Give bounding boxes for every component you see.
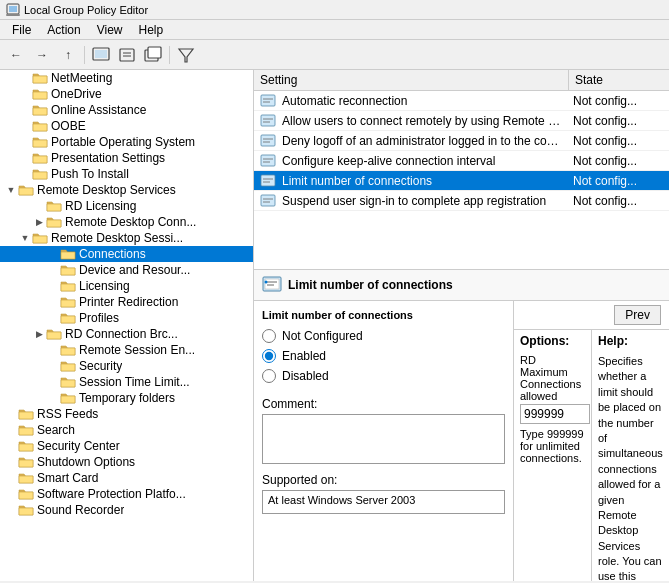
- svg-rect-5: [120, 49, 134, 61]
- settings-row-row5[interactable]: Limit number of connectionsNot config...: [254, 171, 669, 191]
- toolbar: ← → ↑: [0, 40, 669, 70]
- filter-button[interactable]: [174, 43, 198, 67]
- tree-item-netmeeting[interactable]: NetMeeting: [0, 70, 253, 86]
- tree-label-presentationsettings: Presentation Settings: [51, 151, 165, 165]
- col-setting[interactable]: Setting: [254, 70, 569, 90]
- tree-label-search: Search: [37, 423, 75, 437]
- forward-button[interactable]: →: [30, 43, 54, 67]
- detail-panel: Limit number of connections Limit number…: [254, 270, 669, 581]
- tree-item-security[interactable]: Security: [0, 358, 253, 374]
- tree-item-rdconnectionbrc[interactable]: ▶RD Connection Brc...: [0, 326, 253, 342]
- options-text-input[interactable]: [520, 404, 590, 424]
- settings-row-row3[interactable]: Deny logoff of an administrator logged i…: [254, 131, 669, 151]
- settings-row-row1[interactable]: Automatic reconnectionNot config...: [254, 91, 669, 111]
- tree-arrow-remotedesktopconn: ▶: [32, 217, 46, 227]
- tree-item-remotedesktopservices[interactable]: ▼Remote Desktop Services: [0, 182, 253, 198]
- options-help-area: Options: RD Maximum Connections allowed …: [514, 330, 669, 581]
- tree-item-sessiontimelimit[interactable]: Session Time Limit...: [0, 374, 253, 390]
- tree-item-remotesessionen[interactable]: Remote Session En...: [0, 342, 253, 358]
- settings-row-row2[interactable]: Allow users to connect remotely by using…: [254, 111, 669, 131]
- detail-title-bar: Limit number of connections: [254, 270, 669, 301]
- settings-row-icon-row1: [258, 94, 278, 108]
- supported-value: At least Windows Server 2003: [262, 490, 505, 514]
- tree-arrow-remotedesktopservices: ▼: [4, 185, 18, 195]
- svg-rect-17: [261, 135, 275, 146]
- help-section: Help: Specifies whether a limit should b…: [592, 330, 669, 581]
- tree-item-connections[interactable]: Connections: [0, 246, 253, 262]
- tree-item-remotedesktopsess[interactable]: ▼Remote Desktop Sessi...: [0, 230, 253, 246]
- tree-label-licensing: Licensing: [79, 279, 130, 293]
- folder-icon-printerredirection: [60, 295, 76, 309]
- tree-label-deviceandresources: Device and Resour...: [79, 263, 190, 277]
- radio-not-configured[interactable]: Not Configured: [262, 329, 505, 343]
- tree-item-shutdownoptions[interactable]: Shutdown Options: [0, 454, 253, 470]
- folder-icon-remotedesktopconn: [46, 215, 62, 229]
- tree-item-softwareprotection[interactable]: Software Protection Platfo...: [0, 486, 253, 502]
- folder-icon-onedrive: [32, 87, 48, 101]
- svg-rect-4: [95, 50, 107, 58]
- tree-item-securitycenter[interactable]: Security Center: [0, 438, 253, 454]
- radio-disabled[interactable]: Disabled: [262, 369, 505, 383]
- tree-item-deviceandresources[interactable]: Device and Resour...: [0, 262, 253, 278]
- tree-item-printerredirection[interactable]: Printer Redirection: [0, 294, 253, 310]
- menu-file[interactable]: File: [4, 21, 39, 39]
- options-field-label: RD Maximum Connections allowed: [520, 354, 585, 402]
- detail-right-top: Prev: [514, 301, 669, 330]
- settings-row-icon-row2: [258, 114, 278, 128]
- tree-item-onedrive[interactable]: OneDrive: [0, 86, 253, 102]
- folder-icon-deviceandresources: [60, 263, 76, 277]
- tree-label-profiles: Profiles: [79, 311, 119, 325]
- new-window-button[interactable]: [141, 43, 165, 67]
- tree-panel[interactable]: NetMeetingOneDriveOnline AssistanceOOBEP…: [0, 70, 254, 581]
- tree-label-softwareprotection: Software Protection Platfo...: [37, 487, 186, 501]
- tree-label-remotedesktopsess: Remote Desktop Sessi...: [51, 231, 183, 245]
- properties-button[interactable]: [115, 43, 139, 67]
- toolbar-sep-2: [169, 46, 170, 64]
- prev-button[interactable]: Prev: [614, 305, 661, 325]
- tree-arrow-remotedesktopsess: ▼: [18, 233, 32, 243]
- folder-icon-shutdownoptions: [18, 455, 34, 469]
- tree-item-smartcard[interactable]: Smart Card: [0, 470, 253, 486]
- folder-icon-rdlicensing: [46, 199, 62, 213]
- tree-item-onlineassistance[interactable]: Online Assistance: [0, 102, 253, 118]
- show-standard-button[interactable]: [89, 43, 113, 67]
- menu-action[interactable]: Action: [39, 21, 88, 39]
- svg-rect-2: [6, 14, 20, 16]
- comment-section: Comment:: [262, 397, 505, 467]
- tree-item-temporaryfolders[interactable]: Temporary folders: [0, 390, 253, 406]
- radio-not-configured-label: Not Configured: [282, 329, 363, 343]
- options-title: Options:: [520, 334, 585, 348]
- tree-item-remotedesktopconn[interactable]: ▶Remote Desktop Conn...: [0, 214, 253, 230]
- tree-item-rdlicensing[interactable]: RD Licensing: [0, 198, 253, 214]
- tree-item-pushtoinstall[interactable]: Push To Install: [0, 166, 253, 182]
- svg-rect-11: [261, 95, 275, 106]
- detail-policy-icon: [262, 276, 282, 294]
- folder-icon-connections: [60, 247, 76, 261]
- folder-icon-remotedesktopservices: [18, 183, 34, 197]
- settings-row-row4[interactable]: Configure keep-alive connection interval…: [254, 151, 669, 171]
- svg-rect-26: [261, 195, 275, 206]
- tree-item-profiles[interactable]: Profiles: [0, 310, 253, 326]
- up-button[interactable]: ↑: [56, 43, 80, 67]
- radio-enabled[interactable]: Enabled: [262, 349, 505, 363]
- tree-label-smartcard: Smart Card: [37, 471, 98, 485]
- folder-icon-smartcard: [18, 471, 34, 485]
- title-bar: Local Group Policy Editor: [0, 0, 669, 20]
- col-state[interactable]: State: [569, 70, 669, 90]
- tree-label-pushtoinstall: Push To Install: [51, 167, 129, 181]
- settings-row-row6[interactable]: Suspend user sign-in to complete app reg…: [254, 191, 669, 211]
- tree-item-portableoperating[interactable]: Portable Operating System: [0, 134, 253, 150]
- tree-item-search[interactable]: Search: [0, 422, 253, 438]
- menu-help[interactable]: Help: [131, 21, 172, 39]
- tree-item-presentationsettings[interactable]: Presentation Settings: [0, 150, 253, 166]
- comment-textarea[interactable]: [262, 414, 505, 464]
- tree-item-rssfeeds[interactable]: RSS Feeds: [0, 406, 253, 422]
- menu-view[interactable]: View: [89, 21, 131, 39]
- detail-left: Limit number of connections Not Configur…: [254, 301, 514, 581]
- tree-item-oobe[interactable]: OOBE: [0, 118, 253, 134]
- settings-list[interactable]: Setting State Automatic reconnectionNot …: [254, 70, 669, 270]
- tree-item-soundrecorder[interactable]: Sound Recorder: [0, 502, 253, 518]
- tree-item-licensing[interactable]: Licensing: [0, 278, 253, 294]
- tree-label-oobe: OOBE: [51, 119, 86, 133]
- back-button[interactable]: ←: [4, 43, 28, 67]
